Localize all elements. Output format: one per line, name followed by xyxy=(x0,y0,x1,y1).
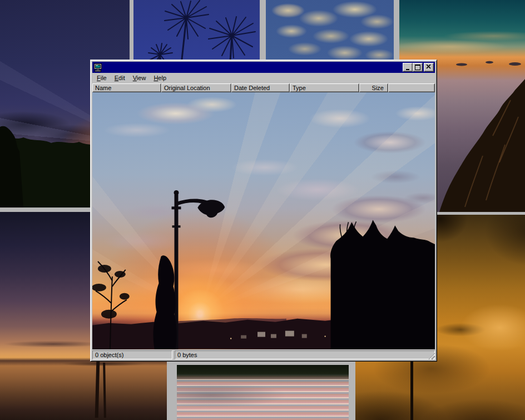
column-header-original-location[interactable]: Original Location xyxy=(161,83,231,92)
desktop: { "window": { "title": "", "icon": "comp… xyxy=(0,0,525,420)
menu-file[interactable]: File xyxy=(93,73,111,83)
column-header-type[interactable]: Type xyxy=(290,83,359,92)
column-header-date-deleted[interactable]: Date Deleted xyxy=(231,83,290,92)
landscape-silhouettes xyxy=(92,92,435,349)
column-header-size[interactable]: Size xyxy=(359,83,388,92)
water-pole xyxy=(95,362,100,418)
status-bar: 0 object(s) 0 bytes xyxy=(92,350,435,359)
water-pole xyxy=(103,363,106,418)
close-button[interactable] xyxy=(424,63,434,72)
vegetation-reflection xyxy=(177,365,349,379)
list-column-headers: Name Original Location Date Deleted Type… xyxy=(92,83,435,92)
column-header-name[interactable]: Name xyxy=(92,83,161,92)
menu-edit[interactable]: Edit xyxy=(111,73,129,83)
status-size: 0 bytes xyxy=(175,350,435,359)
maximize-icon xyxy=(415,65,420,70)
menu-bar: File Edit View Help xyxy=(92,73,435,83)
title-bar[interactable] xyxy=(92,62,435,73)
close-icon xyxy=(426,65,431,69)
menu-view[interactable]: View xyxy=(129,73,150,83)
menu-help[interactable]: Help xyxy=(150,73,170,83)
recycle-bin-window: File Edit View Help Name Original Locati… xyxy=(90,60,437,362)
file-list-viewport[interactable] xyxy=(92,92,435,349)
minimize-icon xyxy=(406,69,409,70)
column-header-filler xyxy=(388,83,435,92)
status-object-count: 0 object(s) xyxy=(92,350,172,359)
wallpaper-water-reflection-photo xyxy=(177,365,349,420)
computer-icon xyxy=(93,63,102,72)
minimize-button[interactable] xyxy=(403,63,413,72)
maximize-button[interactable] xyxy=(413,63,423,72)
